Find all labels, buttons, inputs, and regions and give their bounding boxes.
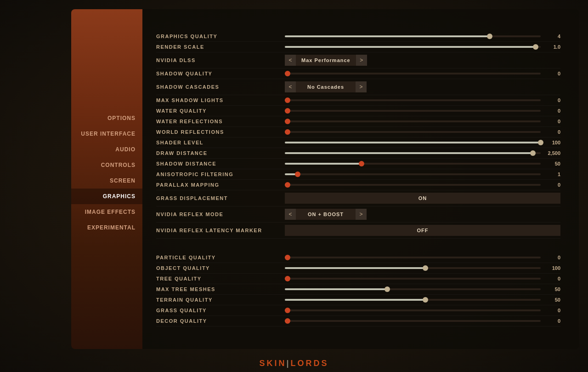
slider-value: 1.0 bbox=[544, 44, 560, 50]
slider-container: 0 bbox=[285, 97, 560, 103]
slider-handle[interactable] bbox=[285, 119, 290, 124]
slider-handle[interactable] bbox=[285, 255, 290, 260]
slider-handle[interactable] bbox=[285, 308, 290, 313]
slider-handle[interactable] bbox=[285, 71, 290, 76]
table-row: NVIDIA REFLEX LATENCY MARKEROFF bbox=[156, 223, 560, 239]
slider-track[interactable] bbox=[285, 257, 541, 258]
toggle-display[interactable]: OFF bbox=[285, 225, 560, 236]
setting-control-cell: 0 bbox=[285, 116, 560, 127]
slider-track[interactable] bbox=[285, 99, 541, 101]
table-row: SHADOW DISTANCE50 bbox=[156, 159, 560, 169]
setting-control-cell: 0 bbox=[285, 127, 560, 137]
selector-prev-button[interactable]: < bbox=[285, 55, 296, 66]
table-row: TERRAIN QUALITY50 bbox=[156, 295, 560, 305]
slider-value: 0 bbox=[544, 108, 560, 114]
slider-handle[interactable] bbox=[285, 97, 290, 103]
table-row: WATER QUALITY0 bbox=[156, 106, 560, 116]
setting-name-label: WATER REFLECTIONS bbox=[156, 116, 285, 127]
slider-handle[interactable] bbox=[285, 129, 290, 135]
slider-value: 2,500 bbox=[544, 150, 560, 156]
slider-value: 100 bbox=[544, 265, 560, 271]
sidebar-item-experimental[interactable]: EXPERIMENTAL bbox=[71, 220, 142, 235]
slider-handle[interactable] bbox=[423, 297, 428, 303]
slider-handle[interactable] bbox=[285, 276, 290, 281]
slider-handle[interactable] bbox=[295, 172, 300, 177]
slider-container: 0 bbox=[285, 71, 560, 76]
sidebar-item-graphics[interactable]: GRAPHICS bbox=[71, 189, 142, 204]
sidebar-item-audio[interactable]: AUDIO bbox=[71, 142, 142, 157]
slider-handle[interactable] bbox=[487, 34, 492, 39]
slider-container: 0 bbox=[285, 119, 560, 124]
slider-handle[interactable] bbox=[530, 150, 536, 156]
sidebar-item-options[interactable]: OPTIONS bbox=[71, 110, 142, 126]
slider-container: 0 bbox=[285, 108, 560, 114]
slider-track[interactable] bbox=[285, 163, 541, 165]
slider-handle[interactable] bbox=[285, 318, 290, 324]
footer: SKIN|LORDS bbox=[0, 359, 588, 368]
slider-container: 4 bbox=[285, 34, 560, 39]
slider-track[interactable] bbox=[285, 278, 541, 280]
slider-track[interactable] bbox=[285, 35, 541, 37]
toggle-display[interactable]: ON bbox=[285, 193, 560, 204]
slider-container: 50 bbox=[285, 286, 560, 292]
selector-next-button[interactable]: > bbox=[356, 55, 367, 66]
selector-prev-button[interactable]: < bbox=[285, 81, 296, 92]
setting-name-label: NVIDIA REFLEX LATENCY MARKER bbox=[156, 223, 285, 239]
slider-fill bbox=[285, 299, 425, 301]
setting-name-label: GRASS QUALITY bbox=[156, 305, 285, 316]
footer-logo: SKIN|LORDS bbox=[0, 359, 588, 368]
slider-track[interactable] bbox=[285, 184, 541, 186]
slider-track[interactable] bbox=[285, 320, 541, 322]
slider-track[interactable] bbox=[285, 110, 541, 112]
slider-track[interactable] bbox=[285, 152, 541, 154]
slider-track[interactable] bbox=[285, 73, 541, 74]
selector-next-button[interactable]: > bbox=[356, 209, 367, 220]
slider-container: 0 bbox=[285, 182, 560, 188]
slider-container: 50 bbox=[285, 161, 560, 166]
slider-track[interactable] bbox=[285, 267, 541, 269]
main-container: OPTIONSUSER INTERFACEAUDIOCONTROLSSCREEN… bbox=[71, 9, 579, 349]
slider-track[interactable] bbox=[285, 299, 541, 301]
table-row: WATER REFLECTIONS0 bbox=[156, 116, 560, 127]
slider-handle[interactable] bbox=[538, 140, 543, 145]
table-row: PARTICLE QUALITY0 bbox=[156, 252, 560, 263]
selector-prev-button[interactable]: < bbox=[285, 209, 296, 220]
setting-control-cell: <No Cascades> bbox=[285, 79, 560, 95]
setting-name-label: TERRAIN QUALITY bbox=[156, 295, 285, 305]
slider-track[interactable] bbox=[285, 46, 541, 48]
slider-fill bbox=[285, 163, 362, 165]
table-row: RENDER SCALE1.0 bbox=[156, 42, 560, 52]
table-row: SHADER LEVEL100 bbox=[156, 137, 560, 148]
sidebar-item-screen[interactable]: SCREEN bbox=[71, 173, 142, 189]
sidebar-item-controls[interactable]: CONTROLS bbox=[71, 157, 142, 173]
selector-control: <No Cascades> bbox=[285, 81, 560, 92]
setting-control-cell: 50 bbox=[285, 295, 560, 305]
setting-control-cell: 1 bbox=[285, 169, 560, 180]
slider-value: 4 bbox=[544, 34, 560, 39]
slider-fill bbox=[285, 267, 425, 269]
slider-handle[interactable] bbox=[533, 44, 538, 50]
slider-track[interactable] bbox=[285, 288, 541, 290]
slider-handle[interactable] bbox=[384, 286, 390, 292]
slider-track[interactable] bbox=[285, 173, 541, 175]
setting-name-label: NVIDIA REFLEX MODE bbox=[156, 206, 285, 223]
table-row: NVIDIA DLSS<Max Performance> bbox=[156, 52, 560, 69]
sidebar-item-image-effects[interactable]: IMAGE EFFECTS bbox=[71, 204, 142, 220]
slider-value: 0 bbox=[544, 119, 560, 124]
slider-handle[interactable] bbox=[359, 161, 364, 166]
table-row: DRAW DISTANCE2,500 bbox=[156, 148, 560, 159]
slider-track[interactable] bbox=[285, 309, 541, 311]
slider-track[interactable] bbox=[285, 142, 541, 143]
slider-value: 0 bbox=[544, 318, 560, 324]
slider-value: 0 bbox=[544, 255, 560, 260]
selector-next-button[interactable]: > bbox=[356, 81, 367, 92]
setting-name-label: DRAW DISTANCE bbox=[156, 148, 285, 159]
slider-track[interactable] bbox=[285, 131, 541, 133]
slider-handle[interactable] bbox=[423, 265, 428, 271]
sidebar-item-user-interface[interactable]: USER INTERFACE bbox=[71, 126, 142, 142]
slider-track[interactable] bbox=[285, 120, 541, 122]
setting-name-label: WORLD REFLECTIONS bbox=[156, 127, 285, 137]
setting-control-cell: 2,500 bbox=[285, 148, 560, 159]
slider-handle[interactable] bbox=[285, 108, 290, 114]
slider-handle[interactable] bbox=[285, 182, 290, 188]
